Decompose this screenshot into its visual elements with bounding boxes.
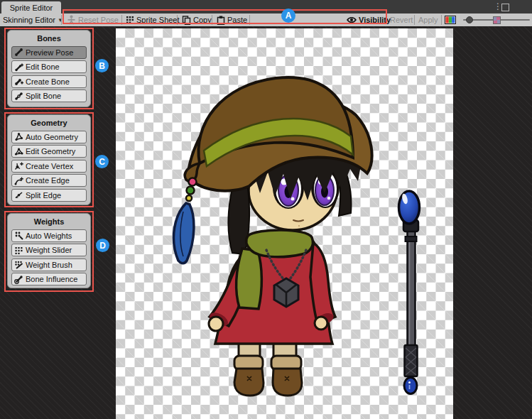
weights-highlight-box (4, 211, 94, 292)
rgb-swatch-icon (445, 16, 456, 24)
badge-b-label: B (99, 61, 105, 71)
badge-a: A (281, 9, 295, 23)
sprite-canvas[interactable] (116, 28, 453, 419)
badge-c-label: C (99, 157, 105, 167)
color-overlay-button[interactable] (445, 13, 456, 26)
badge-b: B (95, 59, 109, 72)
bones-highlight-box (4, 28, 94, 109)
badge-a-label: A (286, 11, 292, 21)
character-sprite (116, 28, 453, 419)
toolbar-divider (414, 15, 415, 25)
revert-label: Revert (390, 16, 413, 24)
toolbar-divider (441, 15, 442, 25)
tab-sprite-editor[interactable]: Sprite Editor (1, 1, 61, 13)
badge-d: D (96, 239, 109, 252)
apply-label: Apply (418, 16, 438, 24)
dropdown-label: Skinning Editor (3, 16, 55, 24)
toolbar-divider (61, 15, 62, 25)
badge-c: C (95, 155, 109, 168)
skinning-editor-dropdown[interactable]: Skinning Editor ▼ (3, 13, 63, 26)
badge-d-label: D (99, 241, 106, 251)
opacity-slider[interactable] (463, 13, 530, 26)
float-window-icon[interactable] (501, 4, 509, 11)
toolbar-highlight-box (63, 9, 387, 24)
sprite-editor-window: Sprite Editor ⋮ Skinning Editor ▼ Reset … (0, 0, 532, 419)
slider-thumb[interactable] (466, 16, 473, 23)
alpha-checker-icon (493, 16, 501, 24)
revert-button[interactable]: Revert (390, 13, 413, 26)
apply-button[interactable]: Apply (418, 13, 438, 26)
geometry-highlight-box (4, 112, 94, 207)
tab-title: Sprite Editor (10, 4, 53, 12)
